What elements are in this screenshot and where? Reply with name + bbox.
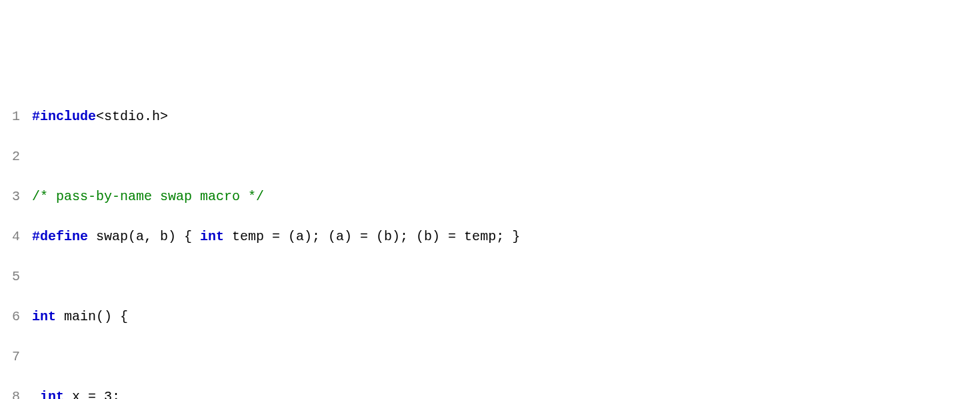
- code-listing: 1 2 3 4 5 6 7 8 9 10 11 12 13 14 15 16 1…: [0, 87, 980, 399]
- code-line: #include<stdio.h>: [32, 107, 980, 127]
- code-text: x = 3;: [64, 389, 120, 399]
- line-number: 3: [0, 187, 20, 207]
- type-keyword: int: [40, 389, 64, 399]
- code-line: #define swap(a, b) { int temp = (a); (a)…: [32, 227, 980, 247]
- line-number: 1: [0, 107, 20, 127]
- line-number-gutter: 1 2 3 4 5 6 7 8 9 10 11 12 13 14 15 16 1…: [0, 87, 32, 399]
- line-number: 4: [0, 227, 20, 247]
- line-number: 6: [0, 307, 20, 327]
- code-body: #include<stdio.h> /* pass-by-name swap m…: [32, 87, 980, 399]
- code-text: main() {: [56, 309, 128, 324]
- code-line: [32, 267, 980, 287]
- type-keyword: int: [200, 229, 224, 244]
- code-line: [32, 147, 980, 167]
- line-number: 8: [0, 387, 20, 399]
- code-line: int x = 3;: [32, 387, 980, 399]
- comment: /* pass-by-name swap macro */: [32, 189, 264, 204]
- preproc-include-keyword: #include: [32, 109, 96, 124]
- indent: [32, 389, 40, 399]
- line-number: 7: [0, 347, 20, 367]
- code-text: temp = (a); (a) = (b); (b) = temp; }: [224, 229, 520, 244]
- line-number: 2: [0, 147, 20, 167]
- preproc-define-keyword: #define: [32, 229, 88, 244]
- line-number: 5: [0, 267, 20, 287]
- code-line: int main() {: [32, 307, 980, 327]
- code-line: [32, 347, 980, 367]
- type-keyword: int: [32, 309, 56, 324]
- preproc-include-arg: <stdio.h>: [96, 109, 168, 124]
- code-line: /* pass-by-name swap macro */: [32, 187, 980, 207]
- code-text: swap(a, b) {: [88, 229, 200, 244]
